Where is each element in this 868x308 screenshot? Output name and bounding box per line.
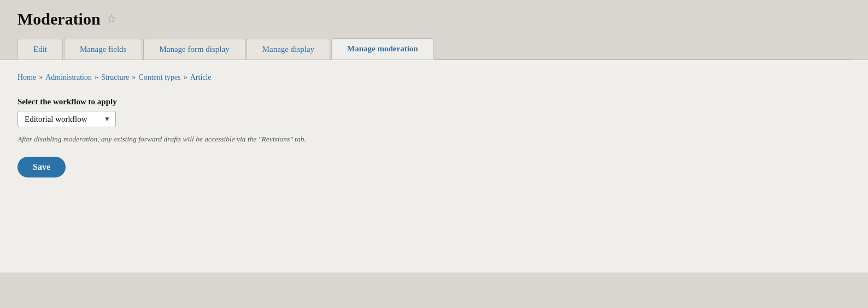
tab-manage-fields[interactable]: Manage fields <box>64 39 142 60</box>
workflow-select[interactable]: Editorial workflow None <box>17 111 116 127</box>
breadcrumb-sep-1: » <box>39 73 43 82</box>
tab-manage-moderation[interactable]: Manage moderation <box>331 38 434 60</box>
workflow-form: Select the workflow to apply Editorial w… <box>17 97 851 177</box>
save-button[interactable]: Save <box>17 157 66 177</box>
breadcrumb-article[interactable]: Article <box>190 73 212 82</box>
breadcrumb-sep-4: » <box>184 73 187 82</box>
tab-manage-display[interactable]: Manage display <box>247 39 330 60</box>
breadcrumb-home[interactable]: Home <box>17 73 36 82</box>
page-title: Moderation <box>17 10 101 28</box>
breadcrumb-sep-3: » <box>132 73 136 82</box>
tab-navigation: Edit Manage fields Manage form display M… <box>17 38 851 60</box>
breadcrumb: Home » Administration » Structure » Cont… <box>17 73 851 82</box>
breadcrumb-structure[interactable]: Structure <box>101 73 129 82</box>
workflow-field-label: Select the workflow to apply <box>17 97 851 106</box>
breadcrumb-content-types[interactable]: Content types <box>138 73 180 82</box>
workflow-help-text: After disabling moderation, any existing… <box>17 135 400 144</box>
tab-edit[interactable]: Edit <box>17 39 63 60</box>
tab-manage-form-display[interactable]: Manage form display <box>143 39 245 60</box>
workflow-select-wrapper: Editorial workflow None ▼ <box>17 111 116 127</box>
breadcrumb-sep-2: » <box>95 73 98 82</box>
main-content: Home » Administration » Structure » Cont… <box>0 60 868 273</box>
breadcrumb-administration[interactable]: Administration <box>45 73 92 82</box>
bookmark-star-icon[interactable]: ☆ <box>106 12 117 26</box>
